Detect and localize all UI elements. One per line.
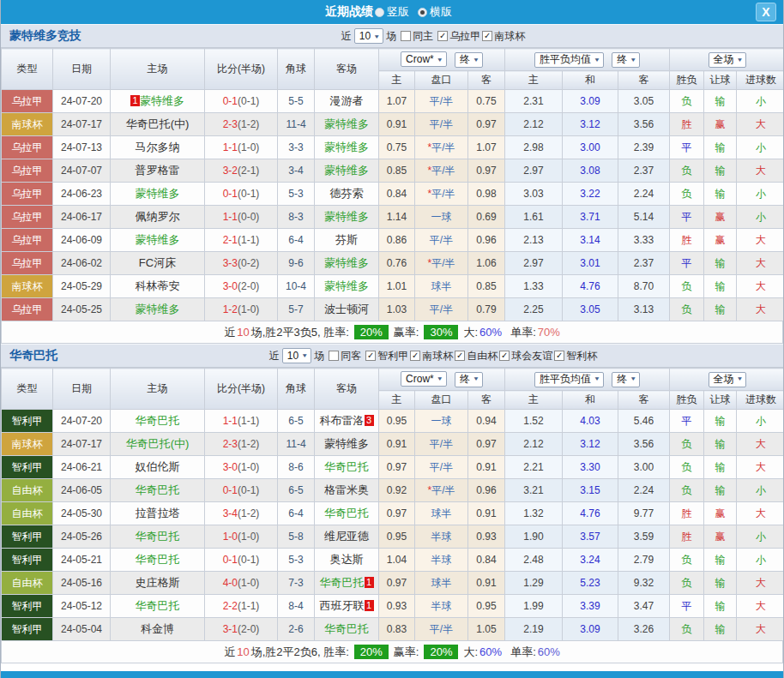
odds-home: 0.85: [379, 159, 415, 183]
avg-away: 3.33: [618, 229, 670, 252]
result-indicator: 平: [670, 136, 704, 159]
league-filter-checkbox[interactable]: ✓乌拉甲: [437, 29, 480, 44]
avg-group-header: 胜平负均值▼ 终▼: [505, 49, 670, 71]
league-badge: 乌拉甲: [2, 90, 53, 113]
odds-away: 0.75: [468, 90, 505, 113]
big-rate-value: 60%: [479, 326, 502, 339]
summary-near-label: 近: [224, 645, 235, 660]
result-indicator: 负: [670, 275, 704, 298]
recent-count-select[interactable]: 10▼: [282, 348, 311, 363]
away-team: 西班牙联1: [315, 595, 379, 618]
checkbox-checked-icon[interactable]: ✓: [455, 351, 465, 361]
checkbox-checked-icon[interactable]: ✓: [554, 351, 564, 361]
league-filter-checkbox[interactable]: ✓球会友谊: [499, 349, 552, 363]
result-indicator: 平: [670, 595, 704, 618]
odds-home: 1.07: [379, 90, 415, 113]
scope-group-header: 全场▼: [670, 49, 784, 71]
league-badge: 乌拉甲: [2, 229, 53, 252]
avg-final-select[interactable]: 终▼: [612, 372, 640, 387]
recent-count-select[interactable]: 10▼: [354, 28, 383, 44]
handicap-line: *平/半: [415, 183, 468, 206]
checkbox-checked-icon[interactable]: ✓: [365, 351, 376, 361]
scope-select[interactable]: 全场▼: [709, 52, 747, 68]
col-header-handicap-result: 让球: [704, 391, 737, 410]
home-team: 拉普拉塔: [111, 502, 205, 525]
result-indicator: 负: [670, 618, 704, 641]
same-venue-checkbox[interactable]: 同客: [329, 349, 361, 363]
col-header-goals: 进球数: [737, 71, 784, 90]
vertical-layout-label[interactable]: 竖版: [387, 4, 409, 20]
horizontal-layout-label[interactable]: 横版: [430, 4, 452, 20]
col-header-type: 类型: [2, 369, 53, 410]
match-date: 24-06-17: [53, 206, 111, 229]
checkbox-unchecked-icon[interactable]: [401, 31, 411, 41]
handicap-line: 平/半: [415, 113, 468, 136]
match-score: 2-3(1-2): [205, 433, 278, 456]
close-icon: X: [762, 5, 769, 19]
odds-final-select[interactable]: 终▼: [455, 52, 483, 68]
section-header-bar: 蒙特维多竞技 近 10▼ 场 同主 ✓乌拉甲✓南球杯: [1, 24, 783, 48]
odds-away: 0.96: [468, 229, 505, 252]
horizontal-layout-radio[interactable]: [418, 8, 427, 17]
league-badge: 自由杯: [2, 572, 53, 595]
goals-indicator: 小: [737, 525, 784, 549]
match-date: 24-07-17: [53, 113, 111, 136]
handicap-line: *平/半: [415, 136, 468, 159]
match-row: 智利甲24-05-12华奇巴托2-2(1-1)8-4西班牙联10.93半球0.9…: [2, 595, 784, 618]
match-date: 24-06-23: [53, 183, 111, 206]
avg-draw: 4.03: [563, 410, 618, 433]
away-team: 蒙特维多: [315, 136, 379, 159]
avg-away: 3.56: [618, 433, 670, 456]
chevron-down-icon: ▼: [594, 376, 600, 382]
avg-draw: 3.24: [563, 549, 618, 572]
checkbox-checked-icon[interactable]: ✓: [499, 351, 510, 361]
col-header-odds-away: 客: [468, 71, 505, 90]
odds-final-select[interactable]: 终▼: [455, 372, 483, 387]
checkbox-checked-icon[interactable]: ✓: [410, 351, 420, 361]
scope-select[interactable]: 全场▼: [709, 372, 747, 387]
section-header-bar: 华奇巴托 近 10▼ 场 同客 ✓智利甲✓南球杯✓自由杯✓球会友谊✓智利杯: [1, 344, 783, 368]
league-filter-checkbox[interactable]: ✓南球杯: [482, 29, 525, 44]
close-button[interactable]: X: [756, 3, 776, 21]
dialog-titlebar: 近期战绩 竖版 横版 X: [1, 0, 783, 24]
checkbox-checked-icon[interactable]: ✓: [482, 31, 492, 41]
same-venue-checkbox[interactable]: 同主: [401, 29, 433, 44]
avg-final-select[interactable]: 终▼: [612, 52, 640, 68]
avg-type-select[interactable]: 胜平负均值▼: [534, 372, 604, 387]
col-header-corners: 角球: [278, 49, 315, 90]
handicap-line: 平/半: [415, 433, 468, 456]
match-row: 乌拉甲24-07-201蒙特维多0-1(0-1)5-5漫游者1.07平/半0.7…: [2, 90, 784, 113]
result-indicator: 负: [670, 572, 704, 595]
league-filter-checkbox[interactable]: ✓智利甲: [365, 349, 408, 363]
league-filter-checkbox[interactable]: ✓智利杯: [554, 349, 597, 363]
odds-company-select[interactable]: Crow*▼: [401, 371, 447, 387]
odds-home: 0.91: [379, 113, 415, 136]
avg-type-select[interactable]: 胜平负均值▼: [534, 52, 604, 68]
league-badge: 智利甲: [2, 525, 53, 549]
away-team: 蒙特维多: [315, 275, 379, 298]
checkbox-checked-icon[interactable]: ✓: [437, 31, 448, 41]
checkbox-unchecked-icon[interactable]: [329, 351, 339, 361]
avg-away: 3.56: [618, 113, 670, 136]
avg-away: 2.24: [618, 183, 670, 206]
league-filter-checkbox[interactable]: ✓南球杯: [410, 349, 453, 363]
handicap-result-indicator: 赢: [704, 502, 737, 525]
corners-score: 10-4: [278, 275, 315, 298]
goals-indicator: 小: [737, 136, 784, 159]
league-filter-checkbox[interactable]: ✓自由杯: [455, 349, 498, 363]
home-team: 华奇巴托: [111, 525, 205, 549]
summary-record: 场,胜2平3负5, 胜率:: [251, 325, 349, 340]
odds-away: 0.97: [468, 113, 505, 136]
away-team: 漫游者: [315, 90, 379, 113]
result-indicator: 负: [670, 183, 704, 206]
league-badge: 南球杯: [2, 433, 53, 456]
match-score: 3-0(1-0): [205, 456, 278, 479]
odds-away: 0.91: [468, 502, 505, 525]
chevron-down-icon: ▼: [473, 376, 479, 382]
odds-company-select[interactable]: Crow*▼: [401, 51, 447, 67]
section-team-name: 华奇巴托: [9, 348, 57, 363]
chevron-down-icon: ▼: [737, 376, 744, 382]
vertical-layout-radio[interactable]: [375, 8, 384, 17]
match-score: 3-0(2-0): [205, 275, 278, 298]
col-header-odds-home: 主: [379, 391, 415, 410]
